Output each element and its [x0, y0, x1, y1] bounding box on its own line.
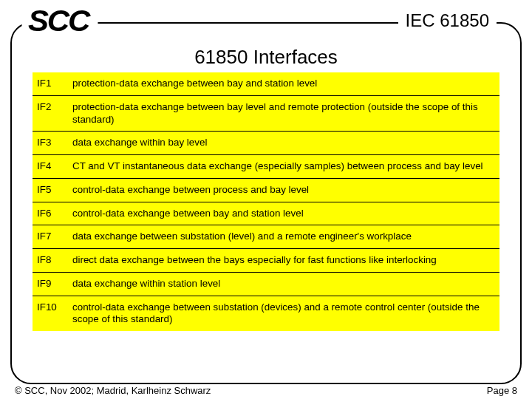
footer-right: Page 8: [487, 385, 517, 396]
table-row: IF2 protection-data exchange between bay…: [33, 95, 499, 132]
interface-desc: control-data exchange between bay and st…: [68, 202, 499, 225]
interface-id: IF8: [33, 249, 68, 273]
slide: SCC IEC 61850 61850 Interfaces IF1 prote…: [0, 0, 532, 399]
footer: © SCC, Nov 2002; Madrid, Karlheinz Schwa…: [10, 385, 522, 396]
interface-id: IF9: [33, 272, 68, 296]
interface-desc: data exchange within bay level: [68, 132, 499, 155]
interface-desc: data exchange within station level: [68, 272, 499, 296]
interface-id: IF2: [33, 95, 68, 132]
table-row: IF4 CT and VT instantaneous data exchang…: [33, 155, 499, 179]
interface-id: IF1: [33, 72, 68, 95]
interfaces-table: IF1 protection-data exchange between bay…: [33, 72, 499, 331]
interface-desc: protection-data exchange between bay lev…: [68, 95, 499, 132]
table-row: IF6 control-data exchange between bay an…: [33, 202, 499, 225]
interface-desc: control-data exchange between substation…: [68, 296, 499, 331]
page-title: 61850 Interfaces: [0, 46, 532, 69]
header-right: IEC 61850: [398, 10, 497, 31]
table-row: IF10 control-data exchange between subst…: [33, 296, 499, 331]
interface-desc: direct data exchange between the bays es…: [68, 249, 499, 273]
logo: SCC: [22, 6, 98, 35]
header: SCC IEC 61850: [24, 6, 497, 35]
interface-id: IF5: [33, 178, 68, 202]
interface-id: IF3: [33, 132, 68, 155]
table-row: IF9 data exchange within station level: [33, 272, 499, 296]
table-row: IF1 protection-data exchange between bay…: [33, 72, 499, 95]
interface-id: IF4: [33, 155, 68, 179]
interface-id: IF7: [33, 225, 68, 249]
table-row: IF7 data exchange between substation (le…: [33, 225, 499, 249]
table-row: IF8 direct data exchange between the bay…: [33, 249, 499, 273]
table-row: IF3 data exchange within bay level: [33, 132, 499, 155]
footer-left: © SCC, Nov 2002; Madrid, Karlheinz Schwa…: [15, 385, 211, 396]
interface-desc: data exchange between substation (level)…: [68, 225, 499, 249]
interface-id: IF6: [33, 202, 68, 225]
interface-id: IF10: [33, 296, 68, 331]
interface-desc: control-data exchange between process an…: [68, 178, 499, 202]
interface-desc: CT and VT instantaneous data exchange (e…: [68, 155, 499, 179]
interface-desc: protection-data exchange between bay and…: [68, 72, 499, 95]
table-row: IF5 control-data exchange between proces…: [33, 178, 499, 202]
